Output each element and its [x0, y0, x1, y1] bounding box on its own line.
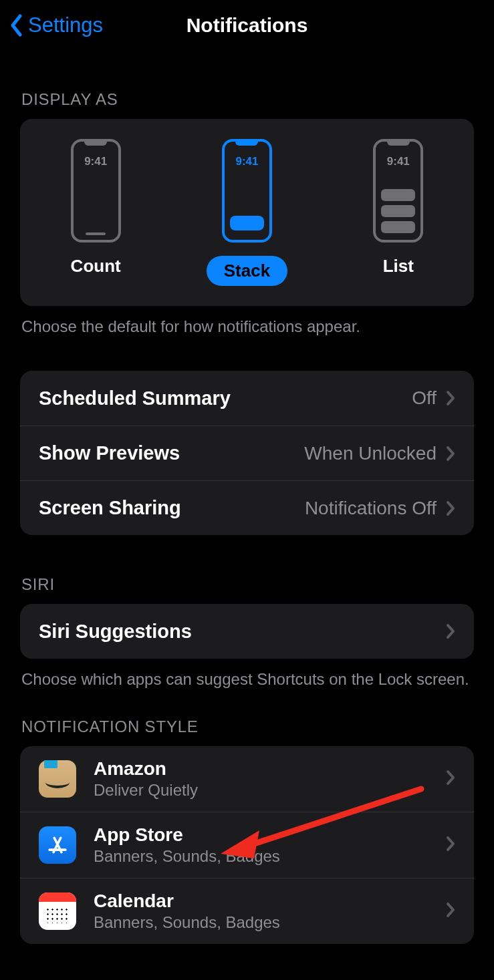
phone-preview-count: 9:41	[71, 139, 121, 242]
chevron-right-icon	[446, 836, 455, 854]
display-option-label: List	[383, 256, 414, 277]
chevron-right-icon	[446, 390, 455, 406]
row-value: Notifications Off	[305, 498, 437, 519]
siri-footer: Choose which apps can suggest Shortcuts …	[20, 659, 474, 690]
app-name: Amazon	[94, 758, 446, 780]
row-label: Scheduled Summary	[39, 387, 412, 410]
app-subtitle: Banners, Sounds, Badges	[94, 913, 446, 932]
calendar-icon	[39, 892, 76, 930]
chevron-right-icon	[446, 500, 455, 516]
row-label: Show Previews	[39, 442, 304, 464]
row-label: Siri Suggestions	[39, 621, 446, 643]
row-scheduled-summary[interactable]: Scheduled Summary Off	[20, 371, 474, 426]
chevron-right-icon	[446, 623, 455, 639]
app-name: App Store	[94, 824, 446, 846]
chevron-right-icon	[446, 446, 455, 462]
display-as-footer: Choose the default for how notifications…	[20, 306, 474, 337]
display-option-label: Count	[71, 256, 121, 277]
row-value: When Unlocked	[304, 443, 437, 464]
phone-time: 9:41	[376, 155, 420, 168]
chevron-left-icon	[9, 14, 23, 37]
phone-preview-list: 9:41	[373, 139, 423, 242]
row-siri-suggestions[interactable]: Siri Suggestions	[20, 604, 474, 659]
phone-time: 9:41	[74, 155, 118, 168]
app-row-amazon[interactable]: Amazon Deliver Quietly	[20, 746, 474, 812]
row-screen-sharing[interactable]: Screen Sharing Notifications Off	[20, 480, 474, 535]
app-row-calendar[interactable]: Calendar Banners, Sounds, Badges	[20, 878, 474, 944]
app-name: Calendar	[94, 890, 446, 912]
display-option-list[interactable]: 9:41 List	[324, 139, 473, 286]
display-option-stack[interactable]: 9:41 Stack	[172, 139, 322, 286]
section-header-display-as: DISPLAY AS	[20, 90, 474, 109]
chevron-right-icon	[446, 902, 455, 921]
section-header-siri: SIRI	[20, 575, 474, 594]
back-button[interactable]: Settings	[0, 13, 103, 37]
siri-card: Siri Suggestions	[20, 604, 474, 659]
settings-list: Scheduled Summary Off Show Previews When…	[20, 371, 474, 535]
chevron-right-icon	[446, 770, 455, 788]
display-option-label-selected: Stack	[207, 256, 287, 286]
section-header-notification-style: NOTIFICATION STYLE	[20, 717, 474, 736]
app-row-app-store[interactable]: App Store Banners, Sounds, Badges	[20, 812, 474, 878]
amazon-icon	[39, 760, 76, 798]
app-store-icon	[39, 826, 76, 864]
nav-bar: Settings Notifications	[0, 0, 494, 50]
display-option-count[interactable]: 9:41 Count	[21, 139, 170, 286]
page-title: Notifications	[187, 14, 308, 37]
row-label: Screen Sharing	[39, 497, 305, 519]
phone-time: 9:41	[225, 155, 269, 168]
app-subtitle: Deliver Quietly	[94, 781, 446, 800]
app-subtitle: Banners, Sounds, Badges	[94, 847, 446, 866]
display-as-card: 9:41 Count 9:41 Stack 9:41 L	[20, 119, 474, 306]
row-value: Off	[412, 387, 437, 409]
notification-style-list: Amazon Deliver Quietly App Store Banners…	[20, 746, 474, 944]
phone-preview-stack: 9:41	[222, 139, 272, 242]
back-label: Settings	[28, 13, 103, 37]
row-show-previews[interactable]: Show Previews When Unlocked	[20, 426, 474, 480]
